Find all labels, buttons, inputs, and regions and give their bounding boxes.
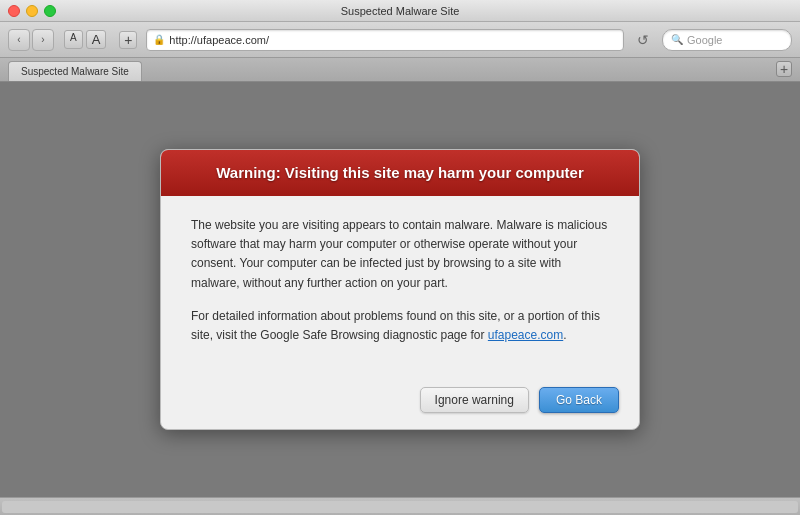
title-bar: Suspected Malware Site [0,0,800,22]
new-tab-button[interactable]: + [119,31,137,49]
forward-icon: › [41,34,44,45]
search-placeholder: Google [687,34,722,46]
refresh-button[interactable]: ↺ [633,30,653,50]
url-text: http://ufapeace.com/ [169,34,269,46]
warning-paragraph-1: The website you are visiting appears to … [191,216,609,293]
forward-button[interactable]: › [32,29,54,51]
window-controls [8,5,56,17]
search-bar[interactable]: 🔍 Google [662,29,792,51]
warning-card: Warning: Visiting this site may harm you… [160,149,640,430]
ignore-warning-button[interactable]: Ignore warning [420,387,529,413]
add-tab-icon: + [780,61,788,77]
horizontal-scrollbar[interactable] [2,501,798,513]
bottom-bar [0,497,800,515]
font-size-controls: A A [64,30,106,49]
minimize-button[interactable] [26,5,38,17]
nav-buttons: ‹ › [8,29,54,51]
content-area: Warning: Visiting this site may harm you… [0,82,800,497]
warning-paragraph-2: For detailed information about problems … [191,307,609,345]
window-title: Suspected Malware Site [341,5,460,17]
warning-buttons: Ignore warning Go Back [161,375,639,429]
active-tab[interactable]: Suspected Malware Site [8,61,142,81]
toolbar: ‹ › A A + 🔒 http://ufapeace.com/ ↺ 🔍 Goo… [0,22,800,58]
back-icon: ‹ [17,34,20,45]
warning-title: Warning: Visiting this site may harm you… [216,164,584,181]
back-button[interactable]: ‹ [8,29,30,51]
warning-paragraph-2-after: . [563,328,566,342]
go-back-button[interactable]: Go Back [539,387,619,413]
maximize-button[interactable] [44,5,56,17]
safe-browsing-link[interactable]: ufapeace.com [488,328,563,342]
search-icon: 🔍 [671,34,683,45]
tab-bar: Suspected Malware Site + [0,58,800,82]
warning-body: The website you are visiting appears to … [161,196,639,375]
font-large-button[interactable]: A [86,30,107,49]
close-button[interactable] [8,5,20,17]
url-icon: 🔒 [153,34,165,45]
refresh-icon: ↺ [637,32,649,48]
tab-label: Suspected Malware Site [21,66,129,77]
font-small-button[interactable]: A [64,30,83,49]
url-bar[interactable]: 🔒 http://ufapeace.com/ [146,29,624,51]
add-tab-button[interactable]: + [776,61,792,77]
warning-header: Warning: Visiting this site may harm you… [161,150,639,196]
